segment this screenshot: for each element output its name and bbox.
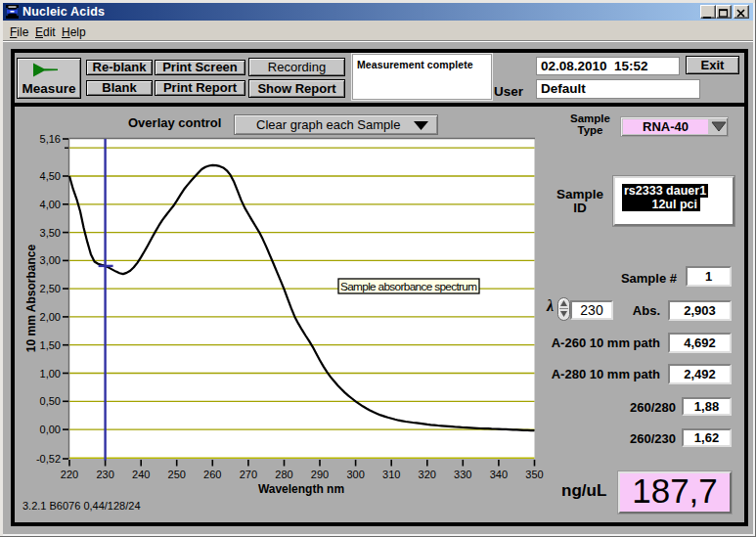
svg-text:0,50: 0,50 — [40, 395, 61, 407]
svg-text:290: 290 — [311, 469, 329, 480]
svg-text:2,00: 2,00 — [40, 311, 61, 323]
svg-text:260: 260 — [203, 469, 221, 480]
svg-text:3,00: 3,00 — [40, 254, 61, 266]
svg-text:350: 350 — [525, 469, 543, 480]
svg-text:1,00: 1,00 — [40, 368, 61, 380]
svg-text:270: 270 — [240, 469, 257, 480]
svg-text:310: 310 — [382, 469, 400, 480]
svg-text:1,50: 1,50 — [40, 339, 61, 351]
svg-text:240: 240 — [132, 469, 150, 480]
svg-text:2,50: 2,50 — [40, 283, 61, 294]
svg-text:230: 230 — [96, 469, 113, 480]
svg-text:330: 330 — [454, 469, 471, 480]
svg-text:4,00: 4,00 — [40, 199, 61, 210]
svg-text:-0,52: -0,52 — [36, 453, 61, 465]
svg-text:10 mm Absorbance: 10 mm Absorbance — [24, 245, 38, 353]
svg-text:300: 300 — [346, 469, 364, 480]
svg-text:220: 220 — [61, 469, 78, 480]
svg-text:5,16: 5,16 — [40, 133, 61, 145]
svg-text:0,00: 0,00 — [40, 424, 61, 435]
svg-text:280: 280 — [275, 469, 292, 480]
svg-text:250: 250 — [168, 469, 186, 480]
svg-text:340: 340 — [490, 469, 508, 480]
svg-text:Sample absorbance spectrum: Sample absorbance spectrum — [340, 280, 477, 293]
svg-text:4,50: 4,50 — [40, 170, 61, 182]
svg-text:320: 320 — [419, 469, 436, 480]
svg-text:3,50: 3,50 — [40, 227, 61, 239]
svg-text:Wavelength nm: Wavelength nm — [258, 482, 344, 496]
